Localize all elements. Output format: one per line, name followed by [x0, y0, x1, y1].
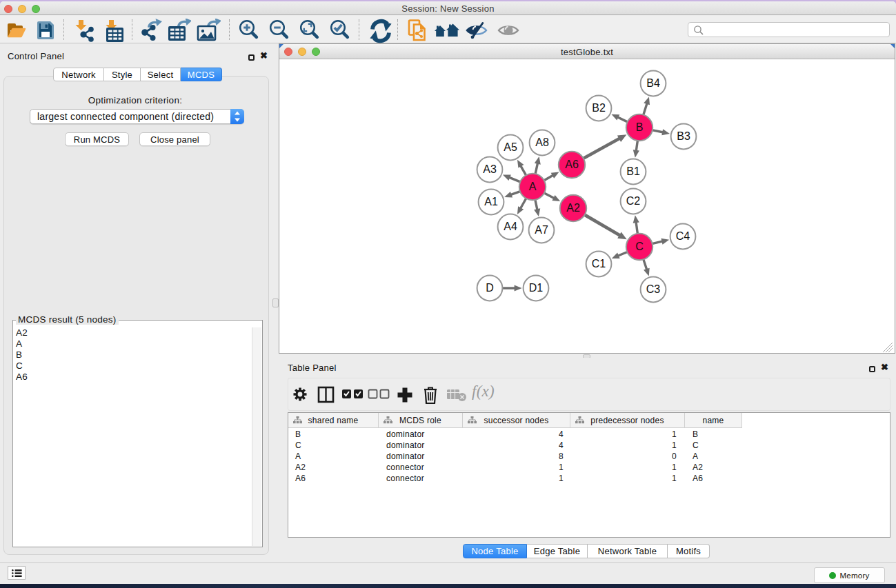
svg-text:A7: A7: [535, 224, 548, 236]
svg-text:D: D: [486, 282, 494, 294]
svg-text:B: B: [636, 121, 644, 133]
svg-text:A5: A5: [504, 141, 517, 153]
svg-text:A1: A1: [484, 196, 498, 207]
svg-text:C1: C1: [592, 258, 606, 270]
svg-text:C2: C2: [626, 195, 641, 207]
svg-text:C3: C3: [646, 283, 661, 295]
svg-text:A2: A2: [566, 202, 580, 214]
svg-text:B3: B3: [677, 130, 690, 142]
svg-text:D1: D1: [529, 282, 544, 294]
svg-text:A4: A4: [504, 221, 517, 232]
svg-text:A8: A8: [535, 136, 549, 148]
svg-text:C4: C4: [676, 230, 690, 242]
svg-text:A6: A6: [565, 159, 579, 170]
svg-text:B1: B1: [626, 165, 640, 177]
svg-text:B2: B2: [592, 102, 606, 114]
svg-text:A3: A3: [483, 163, 497, 175]
svg-text:C: C: [635, 241, 644, 252]
svg-text:A: A: [529, 181, 537, 192]
svg-text:B4: B4: [646, 77, 660, 89]
